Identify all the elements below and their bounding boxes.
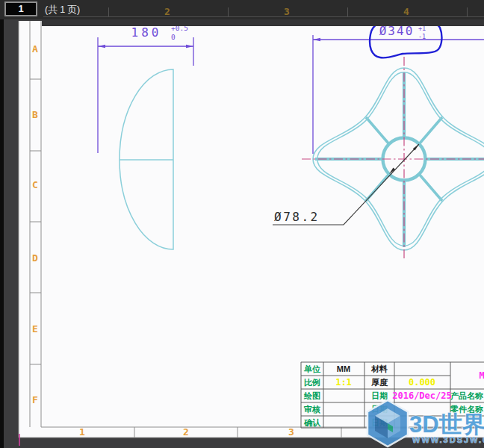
draw-date-label: 日期 — [371, 391, 388, 400]
topbar: 1 (共 1 页) 2 3 4 — [0, 0, 484, 19]
drawing-canvas[interactable]: A B C D E F 1 2 3 180 +0.5 0 — [0, 0, 484, 448]
zone-top-num-2: 2 — [164, 6, 170, 17]
material-label: 材料 — [370, 364, 388, 373]
scale-value: 1:1 — [335, 377, 352, 388]
front-view-star — [302, 57, 484, 260]
zone-tick — [228, 7, 229, 16]
zone-label-c: C — [32, 179, 38, 190]
draw-label: 绘图 — [303, 391, 320, 400]
zone-num-3: 3 — [288, 426, 294, 438]
dim-78-value: Ø78.2 — [274, 210, 320, 224]
unit-label: 单位 — [304, 364, 321, 373]
thickness-label: 厚度 — [370, 378, 388, 387]
zone-label-f: F — [32, 394, 38, 405]
page-tab[interactable]: 1 — [4, 1, 37, 16]
scale-label: 比例 — [304, 378, 320, 387]
topbar-separator — [43, 16, 484, 17]
dim-dia-78: Ø78.2 — [273, 144, 419, 225]
unit-value: MM — [337, 364, 350, 373]
check-label: 审核 — [304, 405, 320, 414]
zone-label-a: A — [32, 43, 38, 55]
dim-340-tol-lower: -1 — [418, 33, 426, 40]
page-count-label: (共 1 页) — [45, 4, 80, 16]
cad-viewer-window: A B C D E F 1 2 3 180 +0.5 0 — [0, 0, 484, 448]
zone-row-labels: A B C D E F — [32, 43, 38, 405]
draw-date-value: 2016/Dec/25 — [392, 391, 451, 401]
topbar-extension — [42, 19, 484, 26]
sheet-frame — [19, 21, 484, 438]
partial-letter: M — [479, 370, 484, 381]
product-name-label: 产品名称 — [450, 391, 483, 400]
watermark-site-name: 3D世界网 — [409, 411, 484, 438]
zone-tick — [108, 7, 109, 16]
zone-num-1: 1 — [79, 426, 85, 438]
zone-num-2: 2 — [183, 426, 189, 438]
watermark-site-url: WWW.3DSJW.COM — [412, 435, 484, 444]
dim-dia-340: Ø340 +1 -1 — [313, 24, 484, 154]
confirm-label: 确认 — [303, 418, 321, 427]
zone-label-d: D — [32, 252, 38, 264]
zone-label-b: B — [32, 109, 38, 120]
zone-label-e: E — [32, 323, 38, 335]
dim-width-180: 180 +0.5 0 — [98, 24, 193, 153]
dim-180-tol-lower: 0 — [171, 33, 176, 41]
zone-top-num-4: 4 — [403, 6, 409, 17]
zone-bottom-numbers: 1 2 3 — [79, 426, 294, 438]
zone-tick — [347, 7, 348, 16]
thickness-value: 0.000 — [409, 377, 435, 388]
zone-tick — [467, 7, 468, 16]
zone-top-num-3: 3 — [284, 6, 290, 17]
side-view-lens — [120, 69, 173, 249]
dim-180-value: 180 — [131, 25, 162, 40]
